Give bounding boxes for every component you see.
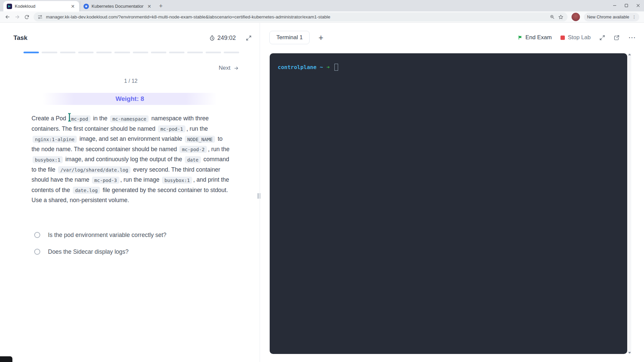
scroll-up-icon[interactable] bbox=[628, 54, 631, 55]
inline-code: /var/log/shared/date.log bbox=[58, 166, 130, 173]
progress-segment bbox=[23, 52, 39, 53]
progress-segment bbox=[60, 52, 75, 53]
terminal-panel: Terminal 1 + End Exam Stop Lab bbox=[260, 23, 644, 362]
inline-code: mc-pod-2 bbox=[179, 146, 207, 153]
terminal-cursor bbox=[334, 64, 338, 71]
task-expand-icon[interactable] bbox=[246, 35, 252, 41]
task-description: Create a Pod mc-pod in the mc-namespace … bbox=[32, 114, 231, 205]
next-button[interactable]: Next bbox=[219, 65, 239, 71]
browser-menu-icon[interactable]: ⋮ bbox=[632, 14, 636, 19]
inline-code: mc-pod bbox=[69, 115, 91, 122]
panel-resize-handle[interactable] bbox=[258, 193, 260, 199]
progress-segment bbox=[206, 52, 221, 53]
inline-code: busybox:1 bbox=[162, 177, 192, 184]
terminal-header: Terminal 1 + End Exam Stop Lab bbox=[260, 23, 644, 50]
inline-code: nginx:1-alpine bbox=[33, 136, 77, 143]
window-close-icon[interactable] bbox=[636, 4, 640, 7]
end-exam-button[interactable]: End Exam bbox=[518, 34, 552, 41]
progress-segment bbox=[78, 52, 94, 53]
inline-code: date.log bbox=[73, 187, 100, 194]
description-text: image, and continuously log the output o… bbox=[64, 156, 184, 163]
end-exam-label: End Exam bbox=[526, 34, 552, 41]
description-text: in the bbox=[92, 115, 109, 122]
refresh-icon[interactable] bbox=[24, 14, 30, 20]
question-list: Is the pod environment variable correctl… bbox=[34, 232, 260, 255]
description-text: , run the image bbox=[120, 176, 161, 183]
question-row: Is the pod environment variable correctl… bbox=[34, 232, 260, 239]
add-terminal-icon[interactable]: + bbox=[318, 34, 323, 42]
next-row: Next bbox=[0, 65, 239, 71]
question-label: Does the Sidecar display logs? bbox=[48, 248, 128, 255]
description-text: image, and set an environment variable bbox=[78, 135, 184, 142]
window-controls bbox=[613, 0, 640, 11]
url-text: manager.kk-lab-dev.kodekloud.com/?enviro… bbox=[46, 14, 546, 19]
inline-code: busybox:1 bbox=[33, 156, 63, 163]
progress-segment bbox=[187, 52, 203, 53]
kodekloud-favicon-icon bbox=[7, 4, 12, 9]
browser-toolbar: manager.kk-lab-dev.kodekloud.com/?enviro… bbox=[0, 11, 644, 23]
description-text: Create a Pod bbox=[32, 115, 68, 122]
question-radio[interactable] bbox=[34, 249, 40, 255]
terminal-expand-icon[interactable] bbox=[599, 35, 605, 41]
terminal-tab-1[interactable]: Terminal 1 bbox=[269, 31, 310, 44]
question-radio[interactable] bbox=[34, 232, 40, 238]
inline-code: mc-pod-3 bbox=[92, 177, 119, 184]
inline-code: date bbox=[185, 156, 201, 163]
progress-bar bbox=[23, 52, 239, 53]
arrow-right-icon bbox=[233, 66, 239, 71]
task-panel-title: Task bbox=[13, 34, 28, 42]
workspace: Task 249:02 Next 1 / 12 Weight: 8 Crea bbox=[0, 23, 644, 362]
description-text: , run the bbox=[186, 125, 208, 132]
terminal-actions: End Exam Stop Lab ⋯ bbox=[518, 34, 636, 41]
bookmark-star-icon[interactable] bbox=[558, 14, 564, 20]
back-icon[interactable] bbox=[5, 14, 10, 20]
prompt-host: controlplane bbox=[278, 64, 317, 70]
task-weight: Weight: 8 bbox=[43, 93, 217, 105]
terminal-menu-icon[interactable]: ⋯ bbox=[628, 34, 636, 41]
kubernetes-favicon-icon bbox=[84, 4, 89, 9]
chrome-update-label: New Chrome available bbox=[587, 15, 629, 19]
task-header: Task 249:02 bbox=[0, 23, 260, 50]
open-in-new-icon[interactable] bbox=[614, 35, 620, 41]
tab-close-icon[interactable]: ✕ bbox=[70, 4, 76, 9]
browser-tab-k8s-docs[interactable]: Kubernetes Documentation | K... ✕ bbox=[80, 1, 156, 11]
browser-tab-kodekloud[interactable]: Kodekloud ✕ bbox=[3, 1, 79, 11]
question-label: Is the pod environment variable correctl… bbox=[48, 232, 166, 239]
chrome-update-pill[interactable]: New Chrome available ⋮ bbox=[584, 13, 639, 21]
progress-segment bbox=[96, 52, 112, 53]
inline-code: mc-pod-1 bbox=[158, 125, 185, 132]
progress-segment bbox=[224, 52, 239, 53]
progress-segment bbox=[114, 52, 130, 53]
scroll-down-icon[interactable] bbox=[628, 352, 631, 354]
stopwatch-icon bbox=[209, 35, 215, 41]
zoom-icon[interactable] bbox=[550, 14, 555, 19]
address-bar[interactable]: manager.kk-lab-dev.kodekloud.com/?enviro… bbox=[34, 12, 568, 21]
window-maximize-icon[interactable] bbox=[625, 4, 628, 7]
inline-code: NODE_NAME bbox=[185, 136, 215, 143]
progress-segment bbox=[133, 52, 148, 53]
terminal-prompt: controlplane ~ ➜ bbox=[278, 64, 619, 71]
prompt-arrow: ➜ bbox=[326, 64, 330, 70]
task-panel: Task 249:02 Next 1 / 12 Weight: 8 Crea bbox=[0, 23, 260, 362]
stop-lab-button[interactable]: Stop Lab bbox=[560, 34, 591, 41]
next-label: Next bbox=[219, 65, 230, 71]
terminal-tab-label: Terminal 1 bbox=[276, 34, 303, 41]
status-bubble bbox=[0, 356, 12, 362]
terminal-scrollbar[interactable] bbox=[628, 53, 631, 354]
tab-title: Kubernetes Documentation | K... bbox=[92, 4, 144, 9]
progress-segment bbox=[169, 52, 184, 53]
progress-segment bbox=[42, 52, 57, 53]
page-indicator: 1 / 12 bbox=[32, 78, 230, 84]
question-row: Does the Sidecar display logs? bbox=[34, 248, 260, 255]
exam-timer: 249:02 bbox=[209, 35, 236, 42]
profile-avatar[interactable] bbox=[572, 13, 580, 21]
prompt-path: ~ bbox=[320, 64, 323, 70]
flag-icon bbox=[518, 35, 523, 40]
stop-lab-label: Stop Lab bbox=[568, 34, 591, 41]
window-minimize-icon[interactable] bbox=[613, 4, 616, 7]
forward-icon[interactable] bbox=[14, 14, 20, 20]
tab-close-icon[interactable]: ✕ bbox=[146, 4, 152, 9]
terminal-screen[interactable]: controlplane ~ ➜ bbox=[270, 53, 627, 354]
site-settings-icon[interactable] bbox=[38, 14, 43, 19]
new-tab-button[interactable]: + bbox=[159, 3, 163, 9]
